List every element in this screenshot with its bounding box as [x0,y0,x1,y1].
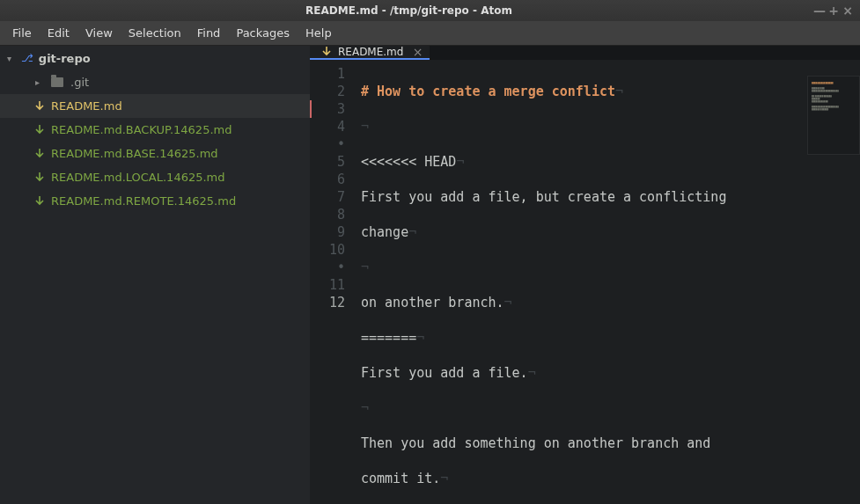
tab-close-icon[interactable]: × [413,45,423,59]
text-editor[interactable]: 1 2 3 4 • 5 6 7 8 9 10 • 11 12 # How to … [310,60,860,504]
chevron-down-icon: ▾ [7,54,16,63]
tree-file[interactable]: README.md.BASE.14625.md [0,142,310,165]
line-number[interactable]: 7 [312,188,345,206]
line-number[interactable]: 4 [312,118,345,135]
editor-content[interactable]: # How to create a merge conflict¬ ¬ <<<<… [352,60,860,504]
line-number[interactable]: • [312,135,345,153]
git-added-icon [35,172,44,183]
line-number[interactable]: 6 [312,171,345,188]
tree-view-sidebar: ▾ ⎇ git-repo ▸ .git README.md README.md.… [0,46,310,504]
tree-item-label: .git [70,76,89,89]
window-titlebar: README.md - /tmp/git-repo - Atom — + × [0,0,860,21]
tree-item-label: README.md.REMOTE.14625.md [51,194,236,208]
tree-folder-git[interactable]: ▸ .git [0,70,310,94]
chevron-right-icon: ▸ [35,77,44,87]
menu-selection[interactable]: Selection [121,23,188,43]
menu-bar: File Edit View Selection Find Packages H… [0,21,860,46]
menu-find[interactable]: Find [190,23,228,43]
line-number[interactable]: 8 [312,206,345,223]
line-number[interactable]: 9 [312,223,345,241]
git-modified-icon [322,47,331,57]
tree-item-label: README.md [51,99,122,113]
tree-item-label: README.md.BACKUP.14625.md [51,123,232,136]
tab-label: README.md [338,46,403,58]
window-close-button[interactable]: × [841,4,855,17]
folder-icon [51,77,63,87]
window-title: README.md - /tmp/git-repo - Atom [5,4,812,17]
git-modified-icon [35,101,44,112]
line-number-gutter[interactable]: 1 2 3 4 • 5 6 7 8 9 10 • 11 12 [310,60,352,504]
git-added-icon [35,125,44,135]
tree-file[interactable]: README.md.REMOTE.14625.md [0,189,310,213]
menu-help[interactable]: Help [298,23,339,43]
tree-item-label: README.md.BASE.14625.md [51,147,218,160]
tab-readme[interactable]: README.md × [310,46,430,60]
tree-file-readme[interactable]: README.md [0,94,310,118]
git-added-icon [35,196,44,207]
line-number[interactable]: • [312,259,345,276]
menu-packages[interactable]: Packages [229,23,297,43]
line-number[interactable]: 2 [312,83,345,100]
tree-item-label: README.md.LOCAL.14625.md [51,171,225,184]
project-name: git-repo [39,52,91,65]
repo-icon: ⎇ [21,52,33,64]
tree-file[interactable]: README.md.BACKUP.14625.md [0,118,310,142]
menu-file[interactable]: File [5,23,39,43]
menu-edit[interactable]: Edit [40,23,77,43]
tree-file[interactable]: README.md.LOCAL.14625.md [0,165,310,189]
line-number[interactable]: 3 [310,100,345,118]
line-number[interactable]: 11 [312,276,345,294]
line-number[interactable]: 1 [312,65,345,83]
line-number[interactable]: 5 [312,153,345,171]
line-number[interactable]: 12 [312,294,345,311]
window-minimize-button[interactable]: — [812,4,827,17]
window-maximize-button[interactable]: + [827,4,841,17]
minimap[interactable]: ████████████████ · ██████ ███ ██████████… [807,76,860,155]
git-added-icon [35,149,44,159]
project-root[interactable]: ▾ ⎇ git-repo [0,46,310,70]
line-number[interactable]: 10 [312,241,345,259]
menu-view[interactable]: View [78,23,120,43]
tab-bar: README.md × [310,46,860,60]
